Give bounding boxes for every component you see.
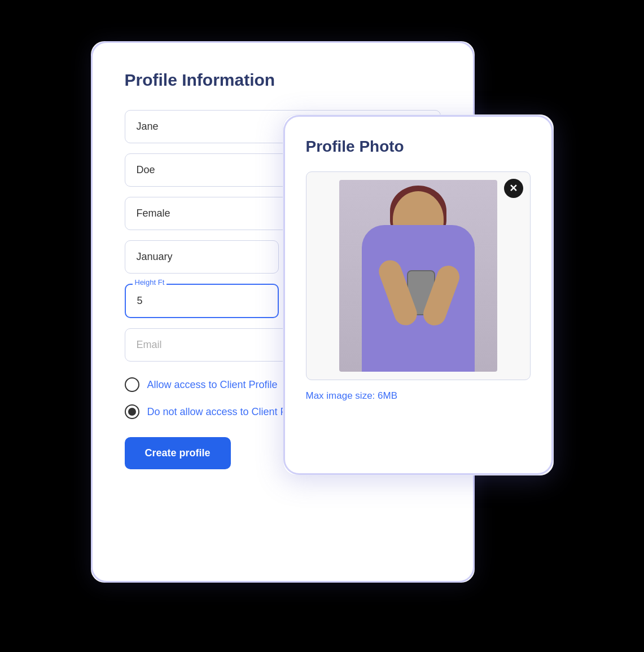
height-ft-field: Height Ft	[125, 284, 279, 318]
deny-access-radio-button[interactable]	[125, 404, 139, 419]
profile-photo-card: Profile Photo ✕ Max image size: 6MB	[283, 114, 554, 475]
height-ft-label: Height Ft	[133, 278, 167, 287]
profile-photo-preview	[339, 180, 497, 372]
birth-month-input[interactable]	[125, 240, 279, 274]
profile-information-title: Profile Information	[125, 71, 441, 90]
allow-access-radio-button[interactable]	[125, 377, 139, 392]
profile-photo-title: Profile Photo	[306, 138, 531, 156]
photo-upload-area[interactable]: ✕	[306, 171, 531, 380]
allow-access-label: Allow access to Client Profile	[147, 379, 278, 391]
create-profile-button[interactable]: Create profile	[125, 437, 231, 469]
height-ft-input[interactable]	[125, 284, 279, 318]
remove-photo-button[interactable]: ✕	[504, 179, 523, 198]
max-image-size-text: Max image size: 6MB	[306, 390, 531, 402]
close-icon: ✕	[509, 183, 518, 193]
